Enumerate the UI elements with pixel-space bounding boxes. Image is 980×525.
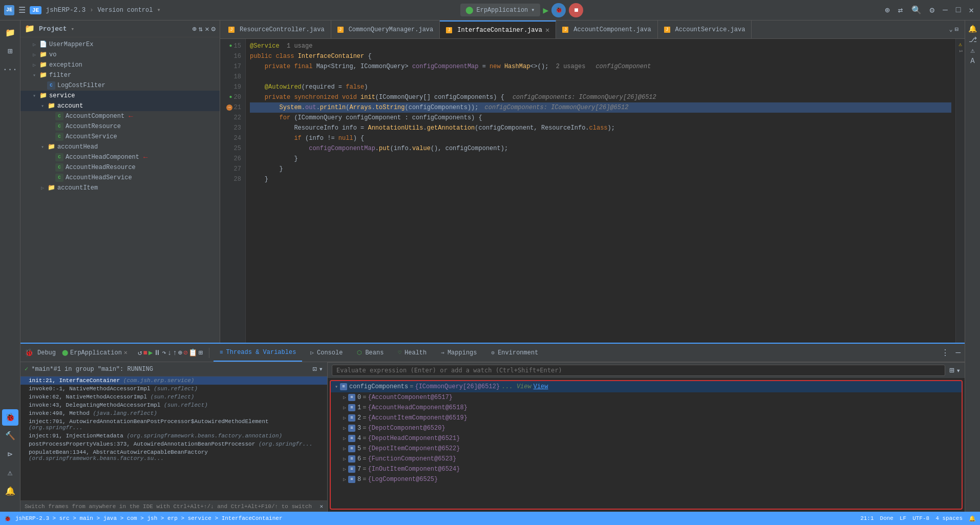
var-child-4[interactable]: ▷ ≡ 4 = {DepotHeadComponent@6521} [331,433,962,444]
hint-close-icon[interactable]: ✕ [319,503,323,510]
expand-5[interactable]: ▷ [343,446,346,452]
tab-beans[interactable]: ⬡ Beans [351,344,390,362]
tab-more-button[interactable]: ⌄ ⊟ [945,26,963,33]
restore-layout-icon[interactable]: ⊞ [198,348,202,357]
frame-item[interactable]: invoke:498, Method (java.lang.reflect) [20,409,327,417]
sidebar-icon-build[interactable]: 🔨 [2,428,18,444]
pause-icon[interactable]: ⏸ [154,349,161,357]
mute-breakpoints-icon[interactable]: ⊘ [183,348,187,357]
minimize-icon[interactable]: — [941,5,950,16]
list-item[interactable]: ▷ 📄 UserMapperEx [20,39,220,50]
maximize-icon[interactable]: □ [954,5,963,16]
thread-expand-icon[interactable]: ▾ [319,365,323,373]
var-child-0[interactable]: ▷ ≡ 0 = {AccountComponent@6517} [331,392,962,403]
list-item[interactable]: C AccountService [20,132,220,142]
var-child-2[interactable]: ▷ ≡ 2 = {AccountItemComponent@6519} [331,413,962,423]
evaluate-icon[interactable]: ⊕ [178,348,182,357]
expand-7[interactable]: ▷ [343,466,346,472]
frame-item[interactable]: invoke:62, NativeMethodAccessorImpl (sun… [20,393,327,401]
tab-close-icon[interactable]: ✕ [545,26,549,34]
breakpoint-20[interactable]: ● [229,92,232,102]
close-icon[interactable]: ✕ [967,4,976,16]
right-icon-git[interactable]: ⎇ [969,35,977,44]
frame-item[interactable]: invoke:43, DelegatingMethodAccessorImpl … [20,401,327,409]
list-item[interactable]: ▷ 📁 vo [20,50,220,60]
list-item[interactable]: ▾ 📁 service [20,91,220,101]
expand-6[interactable]: ▷ [343,456,346,462]
stop-button[interactable]: ■ [569,3,583,17]
list-item[interactable]: C AccountHeadComponent ← [20,152,220,162]
tab-interface-container[interactable]: J InterfaceContainer.java ✕ [440,20,556,38]
right-icon-notifications[interactable]: 🔔 [968,25,977,33]
list-item[interactable]: ▾ 📁 account [20,101,220,111]
search-everywhere-icon[interactable]: ⊕ [883,4,892,16]
list-item[interactable]: ▷ 📁 exception [20,60,220,70]
var-child-8[interactable]: ▷ ≡ 8 = {LogComponent@6525} [331,474,962,485]
frame-item[interactable]: postProcessPropertyValues:373, Autowired… [20,440,327,448]
scope-icon[interactable]: ⊕ [192,25,196,33]
eval-settings-icon[interactable]: ⊞ [949,365,954,375]
var-root-item[interactable]: ▾ ≡ configComponents = {ICommonQuery[26]… [331,381,962,392]
var-child-5[interactable]: ▷ ≡ 5 = {DepotItemComponent@6522} [331,444,962,454]
expand-0[interactable]: ▷ [343,394,346,401]
sidebar-icon-structure[interactable]: ⊞ [2,43,18,59]
frame-item[interactable]: init:21, InterfaceContainer (com.jsh.erp… [20,376,327,385]
project-dropdown-icon[interactable]: ▾ [71,26,75,32]
bottom-panel-more[interactable]: ⋮ [937,348,953,358]
expand-2[interactable]: ▷ [343,415,346,421]
expand-1[interactable]: ▷ [343,405,346,411]
tab-threads-variables[interactable]: ≡ Threads & Variables [214,344,302,362]
var-child-1[interactable]: ▷ ≡ 1 = {AccountHeadComponent@6518} [331,403,962,413]
list-item[interactable]: C AccountResource [20,121,220,132]
tab-health[interactable]: ♡ Health [392,344,433,362]
version-control-label[interactable]: Version control [97,7,153,14]
right-icon-font[interactable]: A [970,57,974,65]
expand-4[interactable]: ▷ [343,435,346,442]
frame-item[interactable]: inject:701, AutowiredAnnotationBeanPostP… [20,417,327,432]
list-item[interactable]: C AccountComponent ← [20,111,220,121]
menu-button[interactable]: ☰ [18,5,26,15]
list-item[interactable]: C AccountHeadService [20,173,220,183]
frame-item[interactable]: populateBean:1344, AbstractAutowireCapab… [20,448,327,463]
debug-label[interactable]: Debug [37,349,56,356]
step-out-icon[interactable]: ↑ [173,349,177,357]
var-view-link[interactable]: View [534,383,548,390]
eval-input[interactable] [332,365,945,376]
var-expand-icon[interactable]: ▾ [335,384,338,390]
sidebar-icon-problems[interactable]: ⚠ [2,465,18,481]
tab-mappings[interactable]: ⇒ Mappings [435,344,483,362]
list-item[interactable]: ▾ 📁 filter [20,70,220,80]
resume-icon[interactable]: ▶ [148,348,153,357]
translate-icon[interactable]: ⇄ [896,4,905,16]
expand-8[interactable]: ▷ [343,476,346,482]
tab-resource-controller[interactable]: J ResourceController.java [222,20,331,38]
run-config[interactable]: ⬤ ErpApplication ▾ [460,4,540,16]
eval-expand-icon[interactable]: ▾ [956,366,961,375]
search-icon[interactable]: 🔍 [909,4,924,16]
breakpoint-15[interactable]: ● [229,41,232,51]
frame-item[interactable]: inject:91, InjectionMetadata (org.spring… [20,432,327,440]
var-child-7[interactable]: ▷ ≡ 7 = {InOutItemComponent@6524} [331,464,962,474]
tab-environment[interactable]: ⊙ Environment [485,344,545,362]
var-child-3[interactable]: ▷ ≡ 3 = {DepotComponent@6520} [331,423,962,433]
var-child-6[interactable]: ▷ ≡ 6 = {FunctionComponent@6523} [331,454,962,464]
stop-debug-icon[interactable]: ■ [143,349,147,357]
expand-3[interactable]: ▷ [343,425,346,431]
collapse-icon[interactable]: ⇅ [199,25,203,33]
filter-icon[interactable]: ⊡ [312,365,316,373]
right-icon-problems[interactable]: ⚠ [970,46,974,55]
tab-common-query-manager[interactable]: J CommonQueryManager.java [331,20,440,38]
debug-app-close[interactable]: ✕ [124,349,127,356]
sidebar-icon-terminal[interactable]: ⊳ [2,446,18,463]
sidebar-icon-notifications[interactable]: 🔔 [2,483,18,499]
close-tree-icon[interactable]: ✕ [205,25,209,33]
tab-console[interactable]: ▷ Console [304,344,349,362]
gear-tree-icon[interactable]: ⚙ [211,25,216,33]
debug-app-tab[interactable]: ⬤ ErpApplication ✕ [62,349,127,356]
sidebar-icon-more[interactable]: ··· [2,61,18,78]
bottom-panel-minimize[interactable]: — [955,348,961,358]
sidebar-icon-project[interactable]: 📁 [2,25,18,41]
step-into-icon[interactable]: ↓ [167,349,172,357]
list-item[interactable]: ▷ 📁 accountItem [20,183,220,193]
frame-item[interactable]: invoke0:-1, NativeMethodAccessorImpl (su… [20,385,327,393]
